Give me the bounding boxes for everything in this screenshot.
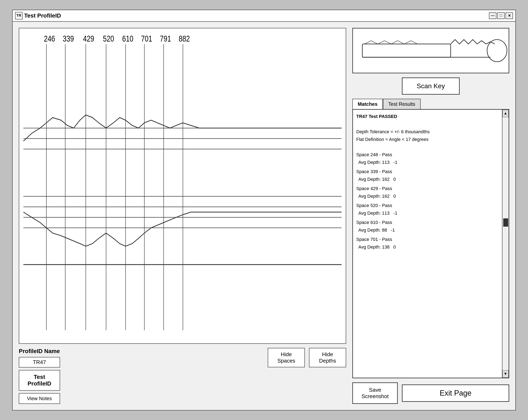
space-520: Space 520 - Pass Avg Depth: 113 -1 bbox=[356, 202, 499, 217]
flat-definition: Flat Definition = Angle < 17 degrees bbox=[356, 136, 499, 143]
main-window: TR Test ProfileID — □ ✕ 246 339 429 520 … bbox=[12, 10, 516, 410]
title-bar-left: TR Test ProfileID bbox=[15, 12, 61, 19]
tabs-area: Matches Test Results TR47 Test PASSED De… bbox=[352, 99, 509, 378]
save-screenshot-button[interactable]: SaveScreenshot bbox=[352, 383, 398, 404]
space-610: Space 610 - Pass Avg Depth: 88 -1 bbox=[356, 219, 499, 234]
scroll-down-button[interactable]: ▼ bbox=[502, 370, 509, 378]
svg-text:791: 791 bbox=[160, 34, 171, 43]
maximize-button[interactable]: □ bbox=[497, 12, 505, 19]
hide-buttons-group: Hide Spaces Hide Depths bbox=[268, 348, 346, 369]
window-icon: TR bbox=[15, 12, 23, 19]
minimize-button[interactable]: — bbox=[489, 12, 496, 19]
space-520-depth: Avg Depth: 113 -1 bbox=[358, 210, 499, 217]
space-429: Space 429 - Pass Avg Depth: 162 0 bbox=[356, 185, 499, 199]
key-image-area bbox=[352, 28, 509, 73]
space-701-depth: Avg Depth: 138 0 bbox=[358, 244, 499, 250]
space-429-depth: Avg Depth: 162 0 bbox=[358, 193, 499, 199]
tab-matches[interactable]: Matches bbox=[352, 99, 383, 109]
scan-key-button[interactable]: Scan Key bbox=[402, 77, 460, 95]
scroll-thumb[interactable] bbox=[503, 218, 508, 227]
chart-area: 246 339 429 520 610 701 791 882 bbox=[19, 28, 346, 344]
space-339-label: Space 339 - Pass bbox=[356, 168, 499, 175]
space-701-label: Space 701 - Pass bbox=[356, 236, 499, 243]
result-title: TR47 Test PASSED bbox=[356, 113, 499, 120]
right-panel: Scan Key Matches Test Results TR47 Test … bbox=[352, 28, 509, 404]
svg-text:882: 882 bbox=[179, 34, 190, 43]
space-701: Space 701 - Pass Avg Depth: 138 0 bbox=[356, 236, 499, 250]
results-box: TR47 Test PASSED Depth Tolerance = +/- 6… bbox=[352, 109, 509, 378]
svg-text:246: 246 bbox=[44, 34, 55, 43]
hide-depths-button[interactable]: Hide Depths bbox=[309, 348, 346, 367]
results-content: TR47 Test PASSED Depth Tolerance = +/- 6… bbox=[353, 110, 502, 378]
profile-name-display: TR47 bbox=[19, 357, 60, 368]
title-bar: TR Test ProfileID — □ ✕ bbox=[12, 10, 516, 22]
tab-row: Matches Test Results bbox=[352, 99, 509, 109]
space-429-label: Space 429 - Pass bbox=[356, 185, 499, 192]
depth-tolerance: Depth Tolerance = +/- 6 thousandths bbox=[356, 128, 499, 135]
left-panel: 246 339 429 520 610 701 791 882 bbox=[19, 28, 346, 404]
svg-rect-24 bbox=[362, 44, 451, 57]
svg-point-25 bbox=[487, 39, 507, 62]
key-svg bbox=[353, 28, 509, 73]
profile-section: ProfileID Name TR47 Test ProfileID View … bbox=[19, 348, 60, 404]
window-content: 246 339 429 520 610 701 791 882 bbox=[12, 22, 516, 410]
tab-test-results[interactable]: Test Results bbox=[383, 99, 421, 109]
view-notes-button[interactable]: View Notes bbox=[19, 393, 60, 404]
space-248-label: Space 248 - Pass bbox=[356, 151, 499, 158]
close-button[interactable]: ✕ bbox=[505, 12, 513, 19]
bottom-buttons: SaveScreenshot Exit Page bbox=[352, 383, 509, 404]
svg-text:520: 520 bbox=[103, 34, 114, 43]
title-bar-controls: — □ ✕ bbox=[489, 12, 513, 19]
svg-text:610: 610 bbox=[122, 34, 133, 43]
space-339-depth: Avg Depth: 162 0 bbox=[358, 176, 499, 183]
scroll-up-button[interactable]: ▲ bbox=[502, 110, 509, 117]
space-610-label: Space 610 - Pass bbox=[356, 219, 499, 226]
bottom-controls: ProfileID Name TR47 Test ProfileID View … bbox=[19, 348, 346, 404]
space-520-label: Space 520 - Pass bbox=[356, 202, 499, 209]
window-title: Test ProfileID bbox=[24, 12, 61, 19]
scroll-track bbox=[502, 117, 509, 370]
space-610-depth: Avg Depth: 88 -1 bbox=[358, 227, 499, 234]
test-profileid-button[interactable]: Test ProfileID bbox=[19, 370, 60, 391]
hide-spaces-button[interactable]: Hide Spaces bbox=[268, 348, 305, 367]
svg-text:429: 429 bbox=[83, 34, 94, 43]
space-248: Space 248 - Pass Avg Depth: 113 -1 bbox=[356, 151, 499, 166]
svg-text:339: 339 bbox=[63, 34, 74, 43]
results-scrollbar: ▲ ▼ bbox=[502, 110, 509, 378]
svg-text:701: 701 bbox=[141, 34, 152, 43]
profile-name-label: ProfileID Name bbox=[19, 348, 60, 355]
exit-page-button[interactable]: Exit Page bbox=[402, 384, 509, 402]
chart-svg: 246 339 429 520 610 701 791 882 bbox=[19, 28, 346, 343]
space-248-depth: Avg Depth: 113 -1 bbox=[358, 159, 499, 166]
space-339: Space 339 - Pass Avg Depth: 162 0 bbox=[356, 168, 499, 183]
